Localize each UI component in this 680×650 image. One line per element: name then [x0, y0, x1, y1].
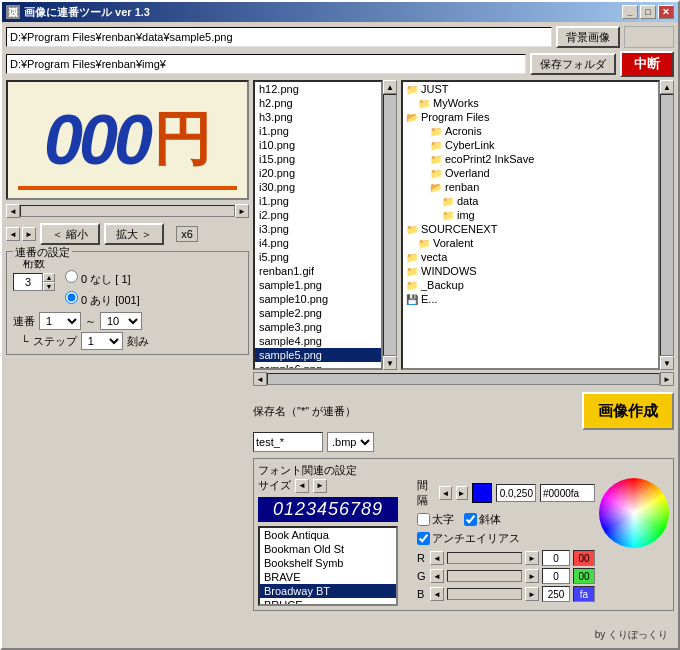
color-box[interactable]: [472, 483, 492, 503]
size-down-button[interactable]: ◄: [295, 479, 309, 493]
file-item[interactable]: sample4.png: [255, 334, 381, 348]
digit-down-button[interactable]: ▼: [43, 282, 55, 291]
tree-vscroll-track[interactable]: [660, 94, 674, 356]
r-hex-input[interactable]: [573, 550, 595, 566]
h-scroll-track[interactable]: [20, 205, 235, 217]
step-select[interactable]: 1: [81, 332, 123, 350]
close-button[interactable]: ✕: [658, 5, 674, 19]
file-item[interactable]: i10.png: [255, 138, 381, 152]
tree-item[interactable]: img: [403, 208, 658, 222]
file-item[interactable]: h12.png: [255, 82, 381, 96]
renban-from-select[interactable]: 1: [39, 312, 81, 330]
font-list[interactable]: Book AntiquaBookman Old StBookshelf Symb…: [258, 526, 398, 606]
tree-item[interactable]: SOURCENEXT: [403, 222, 658, 236]
file-item[interactable]: sample2.png: [255, 306, 381, 320]
tree-item[interactable]: data: [403, 194, 658, 208]
file-item[interactable]: sample6.png: [255, 362, 381, 370]
file-item[interactable]: i3.png: [255, 222, 381, 236]
file-hscroll-left[interactable]: ◄: [253, 372, 267, 386]
tree-item[interactable]: ecoPrint2 InkSave: [403, 152, 658, 166]
r-down-button[interactable]: ◄: [430, 551, 444, 565]
scroll-up-button[interactable]: ◄: [6, 227, 20, 241]
font-item[interactable]: Bookshelf Symb: [260, 556, 396, 570]
file-item[interactable]: h2.png: [255, 96, 381, 110]
file-item[interactable]: i4.png: [255, 236, 381, 250]
file-item[interactable]: sample5.png: [255, 348, 381, 362]
spacing-up-button[interactable]: ►: [456, 486, 468, 500]
radio-zero-label[interactable]: 0 あり [001]: [65, 291, 140, 308]
file-item[interactable]: sample10.png: [255, 292, 381, 306]
tree-vscroll-up[interactable]: ▲: [660, 80, 674, 94]
spacing-down-button[interactable]: ◄: [439, 486, 451, 500]
tree-item[interactable]: Voralent: [403, 236, 658, 250]
bold-checkbox[interactable]: [417, 513, 430, 526]
scroll-left-button[interactable]: ◄: [6, 204, 20, 218]
r-up-button[interactable]: ►: [525, 551, 539, 565]
bold-label[interactable]: 太字: [417, 512, 454, 527]
bg-path-input[interactable]: [6, 27, 552, 47]
radio-zero-input[interactable]: [65, 291, 78, 304]
expand-button[interactable]: 拡大 ＞: [104, 223, 164, 245]
create-button[interactable]: 画像作成: [582, 392, 674, 430]
font-item[interactable]: Broadway BT: [260, 584, 396, 598]
b-track[interactable]: [447, 588, 522, 600]
r-value-input[interactable]: [542, 550, 570, 566]
scroll-down-button[interactable]: ►: [22, 227, 36, 241]
save-folder-input[interactable]: [6, 54, 526, 74]
file-hscroll-right[interactable]: ►: [660, 372, 674, 386]
digit-input[interactable]: [13, 273, 43, 291]
font-item[interactable]: Bookman Old St: [260, 542, 396, 556]
file-item[interactable]: i5.png: [255, 250, 381, 264]
r-track[interactable]: [447, 552, 522, 564]
font-item[interactable]: BRUCE: [260, 598, 396, 606]
antialias-label[interactable]: アンチエイリアス: [417, 531, 520, 546]
shrink-button[interactable]: ＜ 縮小: [40, 223, 100, 245]
file-vscroll-up[interactable]: ▲: [383, 80, 397, 94]
size-up-button[interactable]: ►: [313, 479, 327, 493]
file-item[interactable]: i15.png: [255, 152, 381, 166]
file-item[interactable]: sample3.png: [255, 320, 381, 334]
g-down-button[interactable]: ◄: [430, 569, 444, 583]
bg-path-button[interactable]: 背景画像: [556, 26, 620, 48]
digit-up-button[interactable]: ▲: [43, 273, 55, 282]
file-item[interactable]: h3.png: [255, 110, 381, 124]
file-list[interactable]: h12.pngh2.pngh3.pngi1.pngi10.pngi15.pngi…: [253, 80, 383, 370]
maximize-button[interactable]: □: [640, 5, 656, 19]
num-input[interactable]: [496, 484, 536, 502]
tree-vscroll-down[interactable]: ▼: [660, 356, 674, 370]
stop-button[interactable]: 中断: [620, 51, 674, 77]
file-item[interactable]: renban1.gif: [255, 264, 381, 278]
g-up-button[interactable]: ►: [525, 569, 539, 583]
scroll-right-button[interactable]: ►: [235, 204, 249, 218]
minimize-button[interactable]: _: [622, 5, 638, 19]
font-item[interactable]: BRAVE: [260, 570, 396, 584]
tree-item[interactable]: _Backup: [403, 278, 658, 292]
g-track[interactable]: [447, 570, 522, 582]
save-name-input[interactable]: [253, 432, 323, 452]
tree-panel[interactable]: JUSTMyWorksProgram FilesAcronisCyberLink…: [401, 80, 660, 370]
radio-none-input[interactable]: [65, 270, 78, 283]
renban-to-select[interactable]: 10: [100, 312, 142, 330]
file-item[interactable]: sample1.png: [255, 278, 381, 292]
file-hscroll-track[interactable]: [267, 373, 660, 385]
file-item[interactable]: i20.png: [255, 166, 381, 180]
b-down-button[interactable]: ◄: [430, 587, 444, 601]
b-up-button[interactable]: ►: [525, 587, 539, 601]
b-value-input[interactable]: [542, 586, 570, 602]
tree-item[interactable]: MyWorks: [403, 96, 658, 110]
g-value-input[interactable]: [542, 568, 570, 584]
tree-item[interactable]: WINDOWS: [403, 264, 658, 278]
font-item[interactable]: Book Antiqua: [260, 528, 396, 542]
tree-item[interactable]: vecta: [403, 250, 658, 264]
file-vscroll-down[interactable]: ▼: [383, 356, 397, 370]
file-item[interactable]: i30.png: [255, 180, 381, 194]
hash-input[interactable]: [540, 484, 595, 502]
file-vscroll-track[interactable]: [383, 94, 397, 356]
italic-checkbox[interactable]: [464, 513, 477, 526]
file-item[interactable]: i1.png: [255, 194, 381, 208]
tree-item[interactable]: JUST: [403, 82, 658, 96]
tree-item[interactable]: Acronis: [403, 124, 658, 138]
file-item[interactable]: i1.png: [255, 124, 381, 138]
tree-item[interactable]: E...: [403, 292, 658, 306]
italic-label[interactable]: 斜体: [464, 512, 501, 527]
